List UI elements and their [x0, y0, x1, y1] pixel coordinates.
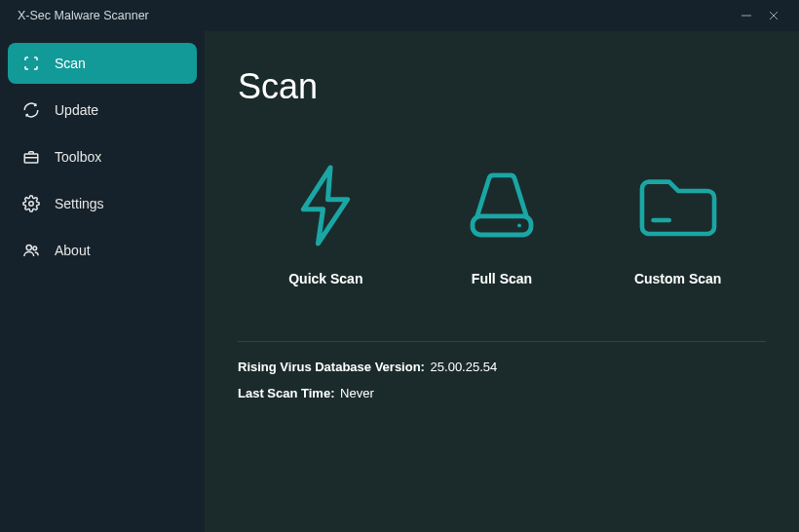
divider [238, 341, 766, 342]
scan-option-label: Custom Scan [634, 271, 721, 286]
close-icon [768, 10, 780, 21]
svg-point-9 [517, 223, 521, 227]
sidebar-item-label: Toolbox [55, 149, 101, 165]
drive-icon [458, 162, 546, 249]
gear-icon [21, 194, 41, 213]
page-title: Scan [238, 66, 766, 107]
scan-option-label: Full Scan [472, 271, 532, 286]
svg-marker-7 [304, 168, 348, 244]
sidebar-item-settings[interactable]: Settings [8, 183, 197, 224]
minimize-icon [741, 10, 752, 21]
scan-options-row: Quick Scan Full Scan [238, 162, 766, 286]
sidebar-item-about[interactable]: About [8, 230, 197, 271]
last-scan-value: Never [340, 386, 374, 400]
sidebar: Scan Update Toolbox [0, 31, 205, 532]
svg-rect-8 [473, 216, 531, 235]
sidebar-item-update[interactable]: Update [8, 90, 197, 131]
people-icon [21, 241, 41, 260]
minimize-button[interactable] [733, 4, 760, 27]
sidebar-item-toolbox[interactable]: Toolbox [8, 136, 197, 177]
full-scan-option[interactable]: Full Scan [429, 162, 575, 286]
sidebar-item-label: Update [55, 102, 98, 118]
refresh-icon [21, 100, 41, 120]
main-panel: Scan Quick Scan Full Sc [205, 31, 799, 532]
folder-icon [634, 162, 722, 249]
sidebar-item-label: About [55, 243, 91, 258]
sidebar-item-label: Settings [55, 196, 104, 211]
scan-option-label: Quick Scan [288, 271, 362, 286]
quick-scan-option[interactable]: Quick Scan [252, 162, 399, 286]
close-button[interactable] [760, 4, 787, 27]
svg-point-4 [29, 202, 34, 207]
db-version-row: Rising Virus Database Version: 25.00.25.… [238, 360, 766, 374]
svg-point-6 [33, 247, 37, 250]
sidebar-item-scan[interactable]: Scan [8, 43, 197, 84]
last-scan-label: Last Scan Time: [238, 386, 334, 400]
toolbox-icon [21, 147, 41, 167]
scan-icon [21, 54, 41, 73]
db-version-value: 25.00.25.54 [431, 360, 498, 374]
svg-point-5 [26, 245, 31, 249]
custom-scan-option[interactable]: Custom Scan [605, 162, 751, 286]
last-scan-row: Last Scan Time: Never [238, 386, 766, 400]
lightning-icon [282, 162, 369, 249]
sidebar-item-label: Scan [55, 56, 86, 71]
db-version-label: Rising Virus Database Version: [238, 360, 425, 374]
titlebar[interactable]: X-Sec Malware Scanner [0, 0, 799, 31]
app-title: X-Sec Malware Scanner [18, 9, 149, 22]
